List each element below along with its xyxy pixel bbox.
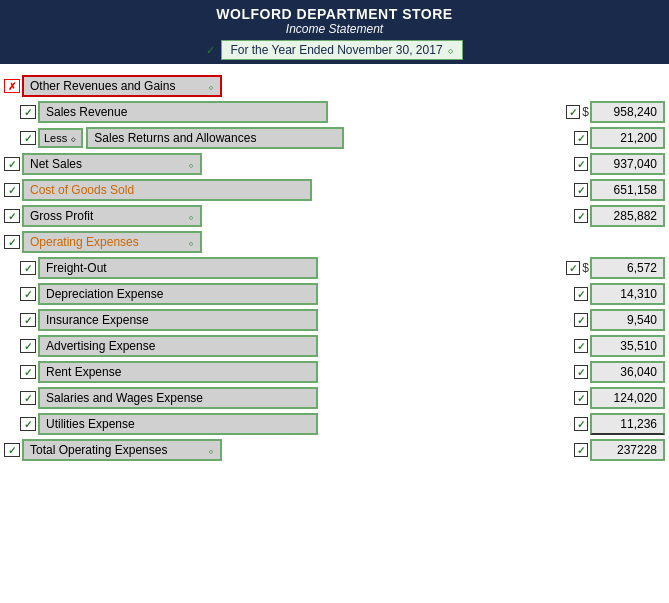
period-dropdown-icon: ⬦ — [447, 43, 454, 57]
rent-checkbox[interactable] — [20, 365, 36, 379]
cogs-label: Cost of Goods Sold — [30, 183, 134, 197]
salaries-value[interactable]: 124,020 — [590, 387, 665, 409]
gross-profit-value[interactable]: 285,882 — [590, 205, 665, 227]
advertising-row: Advertising Expense 35,510 — [4, 334, 665, 358]
salaries-row: Salaries and Wages Expense 124,020 — [4, 386, 665, 410]
insurance-val-check[interactable] — [574, 313, 588, 327]
utilities-field[interactable]: Utilities Expense — [38, 413, 318, 435]
rent-val-check[interactable] — [574, 365, 588, 379]
cogs-row: Cost of Goods Sold 651,158 — [4, 178, 665, 202]
net-sales-value[interactable]: 937,040 — [590, 153, 665, 175]
cogs-val-check[interactable] — [574, 183, 588, 197]
freight-field[interactable]: Freight-Out — [38, 257, 318, 279]
total-op-expenses-row: Total Operating Expenses 237228 — [4, 438, 665, 462]
advertising-field[interactable]: Advertising Expense — [38, 335, 318, 357]
op-expenses-label: Operating Expenses — [30, 235, 139, 249]
cogs-value[interactable]: 651,158 — [590, 179, 665, 201]
salaries-checkbox[interactable] — [20, 391, 36, 405]
utilities-row: Utilities Expense 11,236 — [4, 412, 665, 436]
op-expenses-row: Operating Expenses — [4, 230, 665, 254]
insurance-value[interactable]: 9,540 — [590, 309, 665, 331]
cogs-checkbox[interactable] — [4, 183, 20, 197]
sales-returns-checkbox[interactable] — [20, 131, 36, 145]
utilities-label: Utilities Expense — [46, 417, 135, 431]
gross-profit-val-check[interactable] — [574, 209, 588, 223]
op-expenses-field[interactable]: Operating Expenses — [22, 231, 202, 253]
page-container: WOLFORD DEPARTMENT STORE Income Statemen… — [0, 0, 669, 468]
sales-returns-val-check[interactable] — [574, 131, 588, 145]
total-op-checkbox[interactable] — [4, 443, 20, 457]
utilities-value[interactable]: 11,236 — [590, 413, 665, 435]
sales-returns-field[interactable]: Sales Returns and Allowances — [86, 127, 344, 149]
rent-field[interactable]: Rent Expense — [38, 361, 318, 383]
advertising-checkbox[interactable] — [20, 339, 36, 353]
gross-profit-label: Gross Profit — [30, 209, 93, 223]
depreciation-value[interactable]: 14,310 — [590, 283, 665, 305]
period-check-icon: ✓ — [206, 44, 215, 57]
net-sales-val-check[interactable] — [574, 157, 588, 171]
total-op-value[interactable]: 237228 — [590, 439, 665, 461]
sales-revenue-dollar: $ — [582, 105, 589, 119]
total-op-val-check[interactable] — [574, 443, 588, 457]
sales-revenue-row: Sales Revenue $ 958,240 — [4, 100, 665, 124]
depreciation-val-check[interactable] — [574, 287, 588, 301]
company-name: WOLFORD DEPARTMENT STORE — [0, 6, 669, 22]
freight-checkbox[interactable] — [20, 261, 36, 275]
income-statement-content: Other Revenues and Gains Sales Revenue $… — [0, 64, 669, 468]
net-sales-checkbox[interactable] — [4, 157, 20, 171]
statement-type: Income Statement — [0, 22, 669, 36]
gross-profit-field[interactable]: Gross Profit — [22, 205, 202, 227]
advertising-label: Advertising Expense — [46, 339, 155, 353]
rent-row: Rent Expense 36,040 — [4, 360, 665, 384]
freight-label: Freight-Out — [46, 261, 107, 275]
sales-returns-label: Sales Returns and Allowances — [94, 131, 256, 145]
salaries-field[interactable]: Salaries and Wages Expense — [38, 387, 318, 409]
depreciation-checkbox[interactable] — [20, 287, 36, 301]
other-revenues-row: Other Revenues and Gains — [4, 74, 665, 98]
advertising-val-check[interactable] — [574, 339, 588, 353]
depreciation-label: Depreciation Expense — [46, 287, 163, 301]
other-revenues-field[interactable]: Other Revenues and Gains — [22, 75, 222, 97]
sales-revenue-val-check[interactable] — [566, 105, 580, 119]
utilities-checkbox[interactable] — [20, 417, 36, 431]
freight-val-check[interactable] — [566, 261, 580, 275]
rent-label: Rent Expense — [46, 365, 121, 379]
op-expenses-checkbox[interactable] — [4, 235, 20, 249]
period-selector[interactable]: For the Year Ended November 30, 2017 ⬦ — [221, 40, 462, 60]
gross-profit-row: Gross Profit 285,882 — [4, 204, 665, 228]
period-label: For the Year Ended November 30, 2017 — [230, 43, 442, 57]
sales-revenue-label: Sales Revenue — [46, 105, 127, 119]
sales-returns-row: Less ⬦ Sales Returns and Allowances 21,2… — [4, 126, 665, 150]
advertising-value[interactable]: 35,510 — [590, 335, 665, 357]
sales-revenue-field[interactable]: Sales Revenue — [38, 101, 328, 123]
freight-value[interactable]: 6,572 — [590, 257, 665, 279]
depreciation-row: Depreciation Expense 14,310 — [4, 282, 665, 306]
freight-row: Freight-Out $ 6,572 — [4, 256, 665, 280]
other-revenues-checkbox[interactable] — [4, 79, 20, 93]
other-revenues-label: Other Revenues and Gains — [30, 79, 175, 93]
sales-revenue-value[interactable]: 958,240 — [590, 101, 665, 123]
cogs-field[interactable]: Cost of Goods Sold — [22, 179, 312, 201]
salaries-val-check[interactable] — [574, 391, 588, 405]
net-sales-label: Net Sales — [30, 157, 82, 171]
insurance-checkbox[interactable] — [20, 313, 36, 327]
salaries-label: Salaries and Wages Expense — [46, 391, 203, 405]
sales-returns-value[interactable]: 21,200 — [590, 127, 665, 149]
freight-dollar: $ — [582, 261, 589, 275]
rent-value[interactable]: 36,040 — [590, 361, 665, 383]
insurance-row: Insurance Expense 9,540 — [4, 308, 665, 332]
depreciation-field[interactable]: Depreciation Expense — [38, 283, 318, 305]
less-label: Less ⬦ — [38, 128, 83, 148]
net-sales-field[interactable]: Net Sales — [22, 153, 202, 175]
insurance-label: Insurance Expense — [46, 313, 149, 327]
sales-revenue-checkbox[interactable] — [20, 105, 36, 119]
total-op-field[interactable]: Total Operating Expenses — [22, 439, 222, 461]
insurance-field[interactable]: Insurance Expense — [38, 309, 318, 331]
net-sales-row: Net Sales 937,040 — [4, 152, 665, 176]
total-op-label: Total Operating Expenses — [30, 443, 167, 457]
gross-profit-checkbox[interactable] — [4, 209, 20, 223]
utilities-val-check[interactable] — [574, 417, 588, 431]
header: WOLFORD DEPARTMENT STORE Income Statemen… — [0, 0, 669, 64]
